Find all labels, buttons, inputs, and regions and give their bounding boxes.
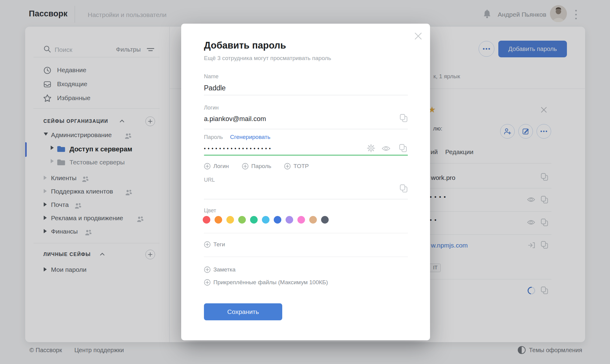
add-files-button[interactable]: Прикреплённые файлы (Максимум 100КБ): [204, 279, 328, 286]
copy-icon[interactable]: [399, 184, 408, 193]
modal-close-icon[interactable]: [414, 32, 423, 41]
add-files-label: Прикреплённые файлы (Максимум 100КБ): [213, 279, 328, 286]
password-field[interactable]: ••••••••••••••••••: [204, 146, 273, 151]
section-divider: [204, 233, 408, 233]
copy-icon[interactable]: [398, 143, 408, 153]
color-swatch[interactable]: [274, 216, 281, 224]
add-tags-button[interactable]: Теги: [204, 241, 225, 248]
color-swatch[interactable]: [250, 216, 258, 224]
name-field-label: Name: [204, 73, 219, 80]
color-swatch[interactable]: [238, 216, 246, 224]
color-swatch[interactable]: [215, 216, 222, 224]
save-button[interactable]: Сохранить: [204, 303, 282, 320]
color-swatch[interactable]: [226, 216, 234, 224]
add-tags-label: Теги: [213, 241, 225, 248]
app-window: Пассворк Настройки и пользователи Андрей…: [0, 0, 610, 364]
copy-icon[interactable]: [399, 113, 408, 123]
color-swatch-row: [203, 216, 329, 224]
eye-icon[interactable]: [381, 145, 391, 152]
field-underline: [204, 199, 408, 199]
password-active-underline: [204, 155, 408, 156]
add-totp-button[interactable]: TOTP: [284, 163, 309, 170]
color-swatch[interactable]: [203, 216, 210, 224]
section-divider: [204, 257, 408, 257]
name-field[interactable]: Paddle: [204, 84, 226, 92]
modal-subtitle: Ещё 3 сотрудника могут просматривать пар…: [204, 55, 331, 62]
color-swatch[interactable]: [309, 216, 317, 224]
login-field-label: Логин: [204, 105, 219, 111]
color-swatch[interactable]: [321, 216, 329, 224]
generate-password-link[interactable]: Сгенерировать: [230, 134, 270, 140]
add-login-button[interactable]: Логин: [204, 163, 229, 170]
color-swatch[interactable]: [286, 216, 293, 224]
password-field-label: Пароль: [204, 134, 223, 140]
add-password-field-button[interactable]: Пароль: [242, 163, 271, 170]
url-field-label: URL: [204, 177, 215, 183]
add-password-modal: Добавить пароль Ещё 3 сотрудника могут п…: [181, 24, 430, 340]
login-field[interactable]: a.piankov@mail.com: [204, 115, 266, 123]
color-field-label: Цвет: [204, 207, 216, 214]
add-note-label: Заметка: [213, 266, 236, 273]
field-underline: [204, 129, 408, 129]
gear-icon[interactable]: [367, 144, 375, 153]
field-underline: [204, 95, 408, 95]
color-swatch[interactable]: [297, 216, 305, 224]
add-password-field-label: Пароль: [251, 163, 271, 170]
add-login-label: Логин: [213, 163, 229, 170]
add-note-button[interactable]: Заметка: [204, 266, 236, 273]
add-totp-label: TOTP: [293, 163, 309, 170]
modal-title: Добавить пароль: [204, 40, 286, 51]
color-swatch[interactable]: [262, 216, 269, 224]
